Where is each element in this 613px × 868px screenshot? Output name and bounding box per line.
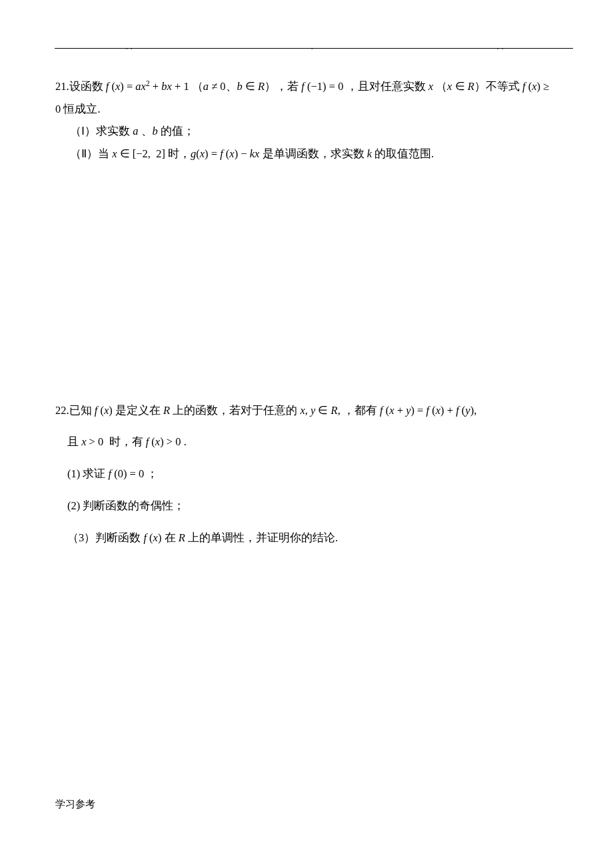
q22-part2: (2) 判断函数的奇偶性； <box>55 496 566 516</box>
q21-number: 21. <box>55 80 69 93</box>
q21-part2b: 时， <box>165 147 191 160</box>
q22-xy: x, y ∈ R, <box>300 404 340 417</box>
q21-part2c: 是单调函数，求实数 <box>259 147 366 160</box>
q21-line2: 0 恒成立. <box>55 99 566 119</box>
q21-part1-b: b <box>153 125 158 137</box>
q22-eq1: f (x + y) = f (x) + f (y), <box>380 404 476 417</box>
question-21: 21.设函数 f (x) = ax2 + bx + 1 （a ≠ 0、b ∈ R… <box>55 77 566 164</box>
q22-p3b: 在 <box>161 531 178 544</box>
q22-p3fx: f (x) <box>143 531 161 544</box>
q22-p1a: (1) 求证 <box>67 467 109 480</box>
q21-part1a: （Ⅰ）求实数 <box>70 125 133 137</box>
q21-stem-d: ，且对任意实数 <box>343 80 428 93</box>
q21-part2: （Ⅱ）当 x ∈ [−2, 2] 时，g(x) = f (x) − kx 是单调… <box>55 144 566 164</box>
q21-line1: 21.设函数 f (x) = ax2 + bx + 1 （a ≠ 0、b ∈ R… <box>55 77 566 97</box>
q21-line2b: 恒成立. <box>61 103 100 115</box>
q21-part2d: 的取值范围. <box>372 147 434 160</box>
q22-stem-a: 已知 <box>69 404 95 417</box>
footer-text: 学习参考 <box>55 795 95 813</box>
q21-p2-k: k <box>367 147 372 160</box>
q21-sep1: 、 <box>226 80 237 93</box>
q22-line2: 且 x > 0 时，有 f (x) > 0 . <box>55 432 566 452</box>
q21-zero: 0 <box>55 103 61 115</box>
q22-line2b: 时，有 <box>106 435 145 448</box>
q21-part1c: 的值； <box>158 125 195 137</box>
q21-eq2: f (−1) = 0 <box>301 80 343 93</box>
q21-stem-b: （ <box>192 80 203 93</box>
q22-stem-d: ，都有 <box>340 404 380 417</box>
header-dots-left: . . <box>126 41 133 53</box>
q21-cond1: a ≠ 0 <box>203 80 226 93</box>
q22-part1: (1) 求证 f (0) = 0 ； <box>55 464 566 484</box>
q21-part1: （Ⅰ）求实数 a 、b 的值； <box>55 121 566 141</box>
q22-stem-b: 是定义在 <box>113 404 163 417</box>
q22-p3R: R <box>179 531 185 544</box>
q21-p2-eq2: g(x) = f (x) − kx <box>191 147 259 160</box>
q21-stem-a: 设函数 <box>69 80 106 93</box>
q22-cond1: x > 0 <box>81 435 103 448</box>
q21-eq1: f (x) = ax2 + bx + 1 <box>106 80 189 93</box>
header-dots-center: . <box>311 41 314 53</box>
q22-line2a: 且 <box>67 435 81 448</box>
q21-part2a: （Ⅱ）当 <box>70 147 112 160</box>
question-22: 22.已知 f (x) 是定义在 R 上的函数，若对于任意的 x, y ∈ R,… <box>55 401 566 547</box>
q21-cond2: b ∈ R <box>237 80 265 93</box>
q21-stem-e: （ <box>436 80 447 93</box>
page: . . . . . 21.设函数 f (x) = ax2 + bx + 1 （a… <box>0 0 613 868</box>
q21-stem-f: ）不等式 <box>474 80 522 93</box>
q22-cond2: f (x) > 0 <box>146 435 181 448</box>
q21-cond3: x ∈ R <box>447 80 474 93</box>
q22-number: 22. <box>55 404 69 417</box>
q22-p3a: （3）判断函数 <box>67 531 143 544</box>
q22-p3c: 上的单调性，并证明你的结论. <box>185 531 338 544</box>
q22-line1: 22.已知 f (x) 是定义在 R 上的函数，若对于任意的 x, y ∈ R,… <box>55 401 566 421</box>
q22-stem-c: 上的函数，若对于任意的 <box>170 404 300 417</box>
q22-R: R <box>163 404 170 417</box>
q22-p1b: ； <box>144 467 158 480</box>
q21-var-x: x <box>428 80 433 93</box>
q22-p2: (2) 判断函数的奇偶性； <box>67 499 185 512</box>
q21-p2-eq1: x ∈ [−2, 2] <box>112 147 165 160</box>
header-dots-right: . . <box>497 41 504 53</box>
q21-eq3: f (x) ≥ <box>522 80 549 93</box>
q22-line2c: . <box>181 435 187 448</box>
q22-part3: （3）判断函数 f (x) 在 R 上的单调性，并证明你的结论. <box>55 528 566 548</box>
q22-fx: f (x) <box>95 404 113 417</box>
q22-p1eq: f (0) = 0 <box>109 467 145 480</box>
q21-part1b: 、 <box>138 125 152 137</box>
content: 21.设函数 f (x) = ax2 + bx + 1 （a ≠ 0、b ∈ R… <box>55 77 566 559</box>
q21-stem-c: ），若 <box>265 80 301 93</box>
